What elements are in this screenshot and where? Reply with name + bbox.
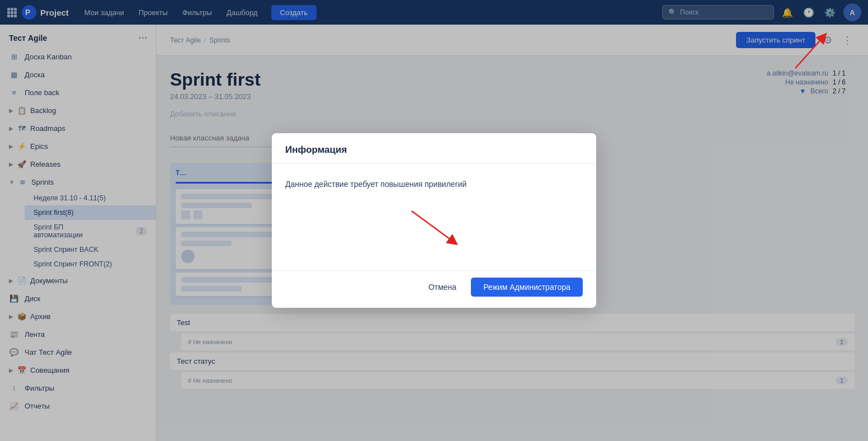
modal-header: Информация: [272, 133, 596, 164]
modal-overlay: Информация Данное действие требует повыш…: [0, 0, 868, 441]
modal-footer: Отмена Режим Администратора: [272, 270, 596, 308]
modal-body: Данное действие требует повышения привил…: [272, 164, 596, 270]
modal-message: Данное действие требует повышения привил…: [285, 180, 583, 189]
info-modal: Информация Данное действие требует повыш…: [272, 133, 596, 308]
modal-title: Информация: [285, 144, 347, 155]
svg-line-12: [795, 37, 823, 68]
cancel-button[interactable]: Отмена: [419, 278, 465, 297]
admin-mode-button[interactable]: Режим Администратора: [471, 278, 583, 297]
svg-line-14: [412, 211, 454, 242]
